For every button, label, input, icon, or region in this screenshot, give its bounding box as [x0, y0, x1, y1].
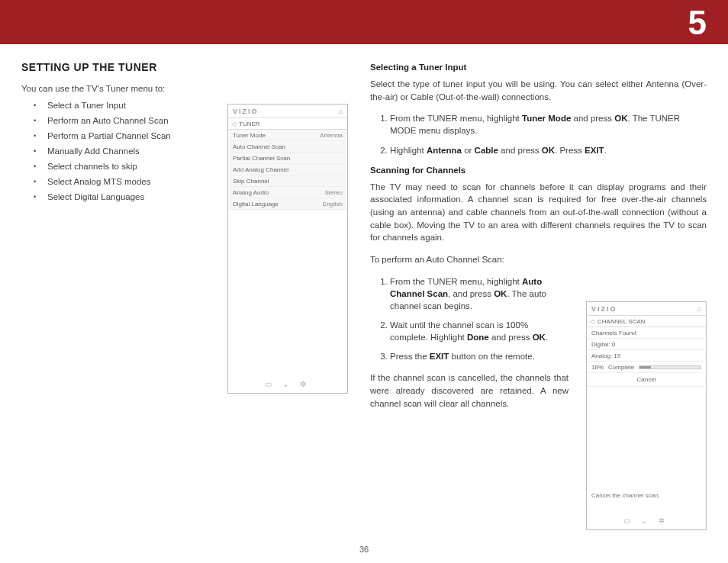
step-item: Press the EXIT button on the remote.	[390, 350, 569, 362]
section-heading: SETTING UP THE TUNER	[21, 61, 346, 73]
row-analog-count: Analog: 19	[587, 350, 706, 362]
vizio-logo: VIZIO	[591, 305, 617, 313]
intro-text: You can use the TV's Tuner menu to:	[21, 84, 346, 93]
tv-header: VIZIO ⌂	[228, 105, 347, 118]
menu-row-tuner-mode: Tuner ModeAntenna	[228, 130, 347, 141]
steps-selecting: From the TUNER menu, highlight Tuner Mod…	[370, 112, 707, 156]
menu-row-analog-audio: Analog AudioStereo	[228, 187, 347, 198]
back-icon: ◁	[590, 318, 594, 325]
steps-scan: From the TUNER menu, highlight Auto Chan…	[370, 275, 569, 363]
step-item: Wait until the channel scan is 100% comp…	[390, 319, 569, 343]
progress-fill	[639, 366, 650, 368]
tv-header: VIZIO ⌂	[587, 302, 706, 316]
tv-note: Cancel the channel scan.	[591, 492, 660, 499]
tv-menu-title: ◁TUNER	[228, 118, 347, 130]
page-number: 36	[0, 545, 728, 554]
progress-bar	[639, 365, 701, 369]
step-item: From the TUNER menu, highlight Auto Chan…	[390, 275, 569, 312]
tv-footer-icons: ▭ ⌄ ✲	[228, 380, 347, 388]
header-bar: 5	[0, 0, 728, 44]
row-channels-found: Channels Found	[587, 327, 706, 339]
row-digital-count: Digital: 0	[587, 339, 706, 350]
menu-row-partial-scan: Partial Channel Scan	[228, 153, 347, 164]
vizio-logo: VIZIO	[233, 108, 259, 115]
row-progress: 18% Complete	[587, 362, 706, 373]
tv-footer-icons: ▭ ⌄ ✲	[587, 516, 706, 525]
subheading-scanning: Scanning for Channels	[370, 166, 707, 175]
menu-row-add-analog: Add Analog Channel	[228, 164, 347, 175]
home-icon: ⌂	[697, 305, 701, 313]
step-item: Highlight Antenna or Cable and press OK.…	[390, 144, 707, 156]
progress-label: Complete	[608, 364, 634, 371]
home-icon: ⌂	[339, 108, 343, 115]
body-text: The TV may need to scan for channels bef…	[370, 181, 707, 244]
menu-row-digital-lang: Digital LanguageEnglish	[228, 198, 347, 210]
body-text: If the channel scan is cancelled, the ch…	[370, 372, 569, 410]
body-text: To perform an Auto Channel Scan:	[370, 253, 707, 266]
tv-menu-channel-scan: VIZIO ⌂ ◁CHANNEL SCAN Channels Found Dig…	[586, 301, 707, 530]
body-text: Select the type of tuner input you will …	[370, 78, 707, 103]
menu-row-skip: Skip Channel	[228, 175, 347, 187]
tv-menu-tuner: VIZIO ⌂ ◁TUNER Tuner ModeAntenna Auto Ch…	[227, 104, 348, 394]
back-icon: ◁	[231, 121, 236, 127]
chapter-number: 5	[688, 4, 707, 42]
tv-menu-title: ◁CHANNEL SCAN	[587, 316, 706, 327]
progress-percent: 18%	[591, 364, 604, 371]
subheading-selecting: Selecting a Tuner Input	[370, 63, 707, 72]
menu-row-auto-scan: Auto Channel Scan	[228, 141, 347, 153]
row-cancel: Cancel	[587, 373, 706, 387]
step-item: From the TUNER menu, highlight Tuner Mod…	[390, 112, 707, 137]
